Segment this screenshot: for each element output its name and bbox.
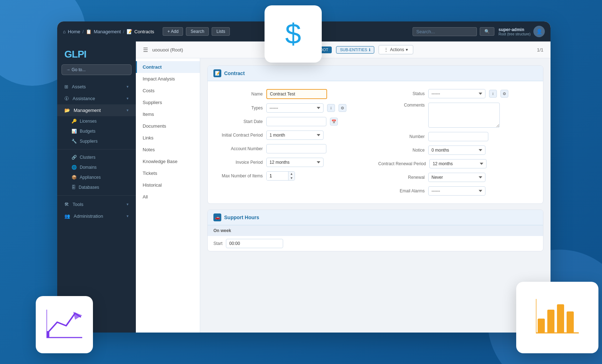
types-info-button[interactable]: i — [327, 104, 335, 112]
comments-textarea[interactable] — [428, 103, 500, 128]
administration-icon: 👥 — [64, 213, 70, 219]
form-row-max-items: Max Number of Items ▲ ▼ — [213, 169, 375, 183]
form-row-invoice-period: Invoice Period 12 months 1 month 6 month… — [213, 156, 375, 169]
renewal-select[interactable]: Never Auto — [428, 173, 485, 182]
left-nav-tickets[interactable]: Tickets — [136, 167, 200, 179]
form-row-initial-period: Initial Contract Period 1 month 6 months… — [213, 128, 375, 142]
left-nav-impact-analysis[interactable]: Impact Analysis — [136, 73, 200, 85]
types-gear-button[interactable]: ⚙ — [339, 104, 346, 112]
account-number-input[interactable] — [266, 144, 326, 153]
contract-section-title: Contract — [224, 70, 245, 76]
entity-label: uoouooi (Root) — [152, 47, 183, 53]
assistance-icon: 🛈 — [64, 96, 69, 101]
comments-label: Comments — [378, 103, 425, 108]
databases-icon: 🗄 — [71, 185, 76, 190]
left-nav-knowledge-base[interactable]: Knowledge Base — [136, 156, 200, 167]
left-nav-notes[interactable]: Notes — [136, 144, 200, 156]
name-input[interactable] — [266, 89, 327, 99]
status-label: Status — [378, 91, 425, 96]
administration-arrow: ▾ — [127, 214, 129, 218]
form-row-renewal: Renewal Never Auto — [375, 171, 537, 184]
svg-marker-1 — [73, 312, 82, 320]
sidebar-item-label-tools: Tools — [73, 202, 83, 207]
float-card-analytics — [36, 296, 93, 353]
body-area: GLPI → Go to... ⊞ Assets ▾ 🛈 Assistance … — [57, 41, 551, 333]
left-nav-historical[interactable]: Historical — [136, 179, 200, 191]
sidebar-item-management[interactable]: 📂 Management ▾ — [57, 104, 136, 116]
notice-select[interactable]: 0 months 1 month 3 months — [428, 146, 485, 155]
contracts-icon: 📝 — [127, 29, 132, 34]
form-row-types: Types ------ i ⚙ — [213, 101, 375, 115]
sidebar-item-clusters[interactable]: 🔗 Clusters — [57, 152, 136, 162]
sub-entities-label: SUB-ENTITIES — [340, 48, 367, 52]
contract-section-header: 📝 Contract — [208, 66, 543, 81]
invoice-period-select[interactable]: 12 months 1 month 6 months — [266, 158, 324, 167]
sidebar-item-tools[interactable]: 🛠 Tools ▾ — [57, 198, 136, 210]
float-card-chart — [516, 282, 598, 353]
search-submit-button[interactable]: 🔍 — [480, 27, 494, 36]
logo-g: G — [64, 49, 72, 60]
status-select[interactable]: ------ — [428, 89, 485, 98]
sub-entities-badge[interactable]: SUB-ENTITIES ℹ — [336, 46, 374, 54]
number-input[interactable] — [428, 132, 488, 141]
sidebar-item-appliances[interactable]: 📦 Appliances — [57, 172, 136, 182]
start-date-label: Start Date — [216, 119, 263, 124]
sidebar-item-label-assets: Assets — [72, 84, 86, 89]
calendar-icon-button[interactable]: 📅 — [330, 118, 338, 126]
form-left-col: Name Types ------ i — [213, 87, 375, 198]
home-icon: ⌂ — [63, 29, 66, 34]
sidebar-item-administration[interactable]: 👥 Administration ▾ — [57, 210, 136, 222]
licenses-icon: 🔑 — [71, 119, 77, 124]
sub-header: ☰ uoouooi (Root) 🏠 ROOT SUB-ENTITIES ℹ ⋮… — [136, 41, 551, 58]
sidebar-sublabel-clusters: Clusters — [80, 155, 95, 160]
status-info-button[interactable]: i — [489, 90, 497, 98]
sidebar-item-suppliers[interactable]: 🔧 Suppliers — [57, 136, 136, 146]
form-area: 📝 Contract Name — [200, 58, 551, 333]
breadcrumb-management[interactable]: Management — [94, 29, 121, 34]
sidebar-item-domains[interactable]: 🌐 Domains — [57, 162, 136, 172]
left-nav-items[interactable]: Items — [136, 108, 200, 120]
main-application-card: ⌂ Home / 📋 Management / 📝 Contracts + Ad… — [57, 21, 551, 333]
name-label: Name — [216, 92, 263, 97]
bar-chart-icon — [536, 299, 579, 336]
main-scroll-area: Contract Impact Analysis Costs Suppliers… — [136, 58, 551, 333]
left-nav-documents[interactable]: Documents — [136, 120, 200, 132]
max-items-input[interactable] — [267, 172, 288, 180]
sidebar-sublabel-licenses: Licenses — [80, 119, 97, 124]
actions-button[interactable]: ⋮ Actions ▾ — [379, 45, 413, 54]
left-nav-contract[interactable]: Contract — [136, 61, 200, 73]
add-button[interactable]: + Add — [163, 27, 183, 36]
max-items-label: Max Number of Items — [216, 173, 263, 178]
initial-period-select[interactable]: 1 month 6 months 12 months — [266, 131, 324, 140]
search-input[interactable] — [413, 27, 477, 36]
user-name: super-admin — [499, 27, 531, 32]
start-date-input[interactable] — [266, 117, 326, 126]
left-nav-all[interactable]: All — [136, 191, 200, 203]
renewal-period-select[interactable]: 12 months 1 month 6 months — [429, 159, 487, 168]
status-gear-button[interactable]: ⚙ — [500, 90, 508, 98]
sidebar-item-licenses[interactable]: 🔑 Licenses — [57, 116, 136, 126]
email-alarms-select[interactable]: ------ — [428, 186, 485, 196]
sidebar-item-assets[interactable]: ⊞ Assets ▾ — [57, 81, 136, 93]
sidebar-item-budgets[interactable]: 📊 Budgets — [57, 126, 136, 136]
left-nav-links[interactable]: Links — [136, 132, 200, 144]
sidebar-item-databases[interactable]: 🗄 Databases — [57, 182, 136, 192]
management-arrow: ▾ — [127, 108, 129, 113]
max-items-down[interactable]: ▼ — [288, 176, 295, 180]
lists-button[interactable]: Lists — [212, 27, 230, 36]
sidebar-sublabel-domains: Domains — [80, 165, 97, 170]
max-items-spinner[interactable]: ▲ ▼ — [266, 171, 295, 181]
contract-form-section: 📝 Contract Name — [207, 65, 543, 204]
start-time-input[interactable] — [226, 239, 283, 248]
sidebar-item-assistance[interactable]: 🛈 Assistance ▾ — [57, 93, 136, 104]
form-row-email-alarms: Email Alarms ------ — [375, 184, 537, 198]
goto-button[interactable]: → Go to... — [61, 64, 132, 75]
left-nav-costs[interactable]: Costs — [136, 85, 200, 97]
types-select[interactable]: ------ — [266, 103, 324, 113]
max-items-up[interactable]: ▲ — [288, 172, 295, 176]
breadcrumb-home[interactable]: Home — [68, 29, 80, 34]
left-nav-panel: Contract Impact Analysis Costs Suppliers… — [136, 58, 200, 333]
left-nav-suppliers[interactable]: Suppliers — [136, 97, 200, 108]
management-icon: 📋 — [86, 29, 92, 34]
search-button[interactable]: Search — [186, 27, 209, 36]
